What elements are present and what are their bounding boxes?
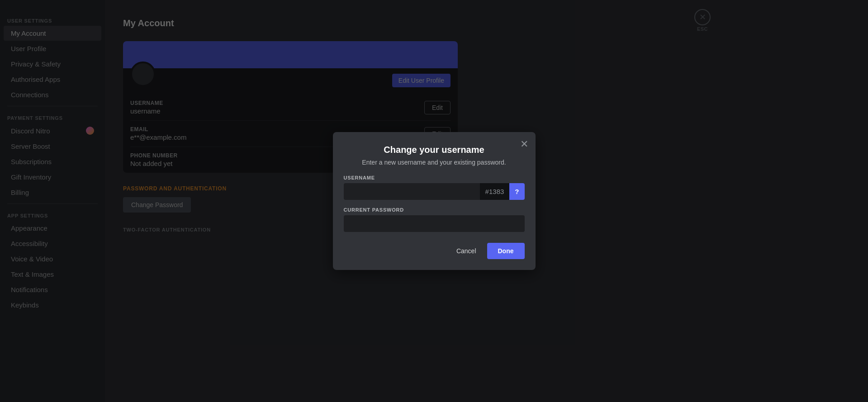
username-input-row: #1383 ? xyxy=(344,183,525,200)
modal-title: Change your username xyxy=(344,145,525,155)
modal-username-label: USERNAME xyxy=(344,175,525,180)
done-button[interactable]: Done xyxy=(487,243,525,259)
modal-close-button[interactable]: ✕ xyxy=(520,139,528,149)
cancel-button[interactable]: Cancel xyxy=(451,244,482,258)
username-discriminator: #1383 xyxy=(480,183,510,200)
change-username-modal: ✕ Change your username Enter a new usern… xyxy=(333,132,536,270)
username-help-button[interactable]: ? xyxy=(509,183,524,200)
current-password-input[interactable] xyxy=(344,215,525,232)
modal-actions: Cancel Done xyxy=(344,243,525,259)
modal-overlay[interactable]: ✕ Change your username Enter a new usern… xyxy=(0,0,868,402)
modal-subtitle: Enter a new username and your existing p… xyxy=(344,159,525,166)
username-input[interactable] xyxy=(344,183,480,200)
modal-password-label: CURRENT PASSWORD xyxy=(344,207,525,213)
